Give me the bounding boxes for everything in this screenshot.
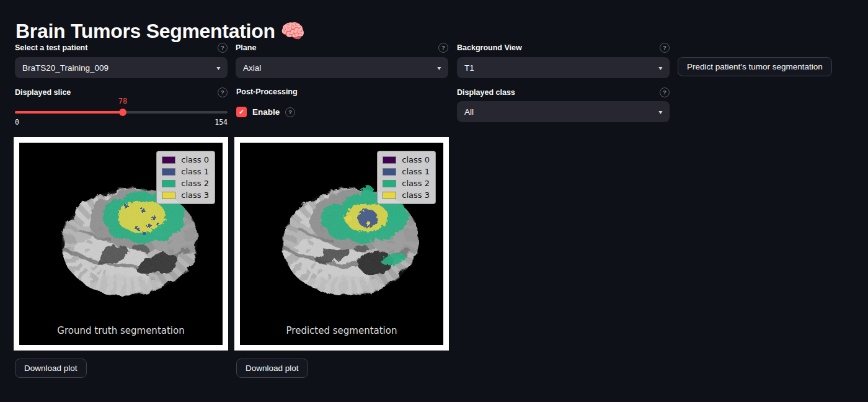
- slice-label-row: Displayed slice ?: [15, 87, 228, 97]
- page-title: Brain Tumors Segmentation 🧠: [16, 19, 305, 43]
- download-predicted-button[interactable]: Download plot: [236, 359, 308, 378]
- legend: class 0 class 1 class 2 class 3: [377, 151, 436, 204]
- legend-label: class 1: [181, 167, 209, 176]
- predict-button[interactable]: Predict patient's tumor segmentation: [678, 57, 832, 76]
- displayed-class-label: Displayed class: [457, 88, 515, 97]
- legend-label: class 0: [181, 155, 209, 164]
- post-processing-label-row: Post-Processing: [236, 87, 360, 96]
- slider-min: 0: [15, 118, 19, 127]
- chevron-down-icon: ▾: [437, 65, 441, 71]
- background-view-label: Background View: [457, 43, 522, 52]
- legend-row: class 0: [162, 155, 209, 164]
- class2-swatch: [383, 180, 396, 187]
- ground-truth-plot: class 0 class 1 class 2 class 3 Ground t…: [14, 137, 228, 351]
- chevron-down-icon: ▾: [658, 65, 662, 71]
- legend-label: class 2: [402, 179, 430, 188]
- class1-swatch: [383, 168, 396, 176]
- help-icon[interactable]: ?: [660, 87, 670, 97]
- legend-label: class 2: [181, 179, 209, 188]
- background-view-select-value: T1: [464, 63, 474, 73]
- help-icon[interactable]: ?: [218, 87, 228, 97]
- ground-truth-caption: Ground truth segmentation: [19, 325, 223, 336]
- enable-checkbox[interactable]: ✓ Enable ?: [236, 107, 295, 117]
- legend-row: class 0: [383, 155, 430, 164]
- slider-fill: [15, 111, 123, 114]
- slice-label: Displayed slice: [15, 88, 71, 97]
- background-view-label-row: Background View ?: [457, 43, 670, 53]
- plane-select-value: Axial: [243, 63, 261, 73]
- class1-swatch: [162, 168, 175, 176]
- legend-label: class 0: [402, 155, 430, 164]
- ground-truth-image: class 0 class 1 class 2 class 3 Ground t…: [19, 143, 223, 345]
- enable-checkbox-label: Enable: [252, 107, 280, 117]
- chevron-down-icon: ▾: [658, 109, 662, 115]
- help-icon[interactable]: ?: [285, 107, 295, 117]
- slider-value: 78: [118, 97, 127, 105]
- class3-swatch: [162, 192, 175, 199]
- legend-row: class 1: [162, 167, 209, 176]
- legend-row: class 2: [162, 179, 209, 188]
- displayed-class-select-value: All: [464, 107, 474, 117]
- slider-handle[interactable]: [119, 109, 126, 116]
- predicted-image: class 0 class 1 class 2 class 3 Predicte…: [240, 143, 443, 345]
- plane-select[interactable]: Axial ▾: [236, 57, 448, 78]
- slider-max: 154: [215, 118, 228, 127]
- legend-row: class 3: [162, 190, 209, 200]
- legend-row: class 1: [383, 167, 430, 176]
- help-icon[interactable]: ?: [660, 43, 670, 53]
- chevron-down-icon: ▾: [216, 65, 220, 71]
- patient-select[interactable]: BraTS20_Training_009 ▾: [15, 57, 228, 78]
- patient-label-row: Select a test patient ?: [15, 43, 228, 53]
- download-ground-truth-button[interactable]: Download plot: [15, 359, 87, 378]
- class0-swatch: [162, 156, 175, 164]
- legend-row: class 2: [383, 179, 430, 188]
- class2-swatch: [162, 180, 175, 187]
- help-icon[interactable]: ?: [218, 43, 228, 53]
- checkbox-check-icon[interactable]: ✓: [236, 107, 247, 117]
- displayed-class-select[interactable]: All ▾: [457, 101, 670, 122]
- background-view-select[interactable]: T1 ▾: [457, 57, 670, 78]
- displayed-class-label-row: Displayed class ?: [457, 87, 670, 97]
- predicted-plot: class 0 class 1 class 2 class 3 Predicte…: [234, 137, 449, 351]
- app-root: Brain Tumors Segmentation 🧠 Select a tes…: [0, 0, 868, 402]
- slider-range: 0 154: [15, 118, 228, 127]
- post-processing-label: Post-Processing: [236, 87, 298, 96]
- patient-label: Select a test patient: [15, 43, 87, 52]
- class0-swatch: [383, 156, 396, 164]
- legend: class 0 class 1 class 2 class 3: [156, 151, 215, 204]
- plane-label: Plane: [236, 43, 256, 52]
- legend-row: class 3: [383, 190, 430, 200]
- legend-label: class 3: [402, 190, 430, 200]
- patient-select-value: BraTS20_Training_009: [22, 63, 108, 73]
- help-icon[interactable]: ?: [438, 43, 448, 53]
- class3-swatch: [383, 192, 396, 199]
- plane-label-row: Plane ?: [236, 43, 448, 53]
- predicted-caption: Predicted segmentation: [240, 325, 443, 336]
- legend-label: class 3: [181, 190, 209, 200]
- legend-label: class 1: [402, 167, 430, 176]
